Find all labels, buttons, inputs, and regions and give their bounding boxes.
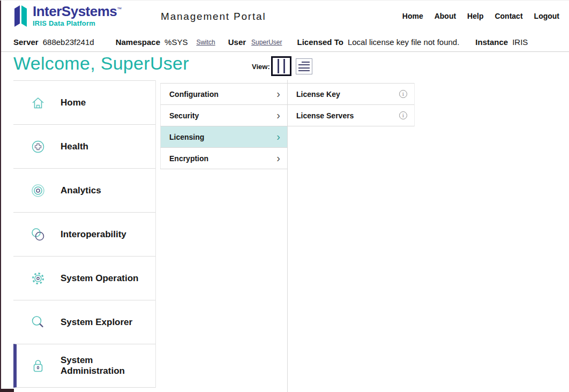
namespace-value: %SYS [164, 37, 188, 47]
brand-subtitle: IRIS Data Platform [33, 19, 122, 27]
sidebar-item-label: Health [61, 141, 88, 152]
licensing-submenu: License Key i License Servers i [288, 83, 415, 126]
instance-value: IRIS [512, 37, 528, 47]
submenu-item-license-servers[interactable]: License Servers i [288, 104, 414, 126]
submenu-item-security[interactable]: Security › [160, 104, 287, 126]
submenu-item-configuration[interactable]: Configuration › [160, 83, 287, 104]
info-icon[interactable]: i [399, 111, 407, 119]
gear-icon [29, 270, 47, 287]
submenu-item-label: License Servers [296, 111, 354, 120]
header: InterSystems™ IRIS Data Platform Managem… [0, 1, 569, 33]
sidebar-item-label: Interoperability [61, 229, 126, 240]
magnifier-icon [29, 314, 47, 331]
linked-rings-icon [29, 226, 47, 243]
management-portal-page: InterSystems™ IRIS Data Platform Managem… [0, 0, 569, 392]
submenu-item-license-key[interactable]: License Key i [288, 83, 414, 104]
administration-submenu: Configuration › Security › Licensing › E… [160, 83, 287, 169]
server-info-bar: Server 688eb23f241d Namespace %SYS Switc… [0, 33, 569, 52]
intersystems-logo: InterSystems™ IRIS Data Platform [13, 4, 122, 29]
instance-label: Instance [475, 37, 508, 47]
sidebar-item-label: Home [61, 97, 86, 108]
submenu-item-licensing[interactable]: Licensing › [160, 126, 287, 147]
sidebar-item-analytics[interactable]: Analytics [13, 168, 155, 212]
nav-logout-link[interactable]: Logout [534, 12, 559, 20]
list-view-button[interactable] [296, 58, 312, 74]
submenu-item-label: License Key [296, 90, 340, 99]
user-link[interactable]: SuperUser [251, 39, 282, 46]
chevron-right-icon: › [276, 131, 280, 142]
view-label: View: [252, 63, 270, 71]
nav-contact-link[interactable]: Contact [495, 12, 522, 20]
sidebar-item-health[interactable]: Health [13, 124, 155, 168]
sidebar-item-interoperability[interactable]: Interoperability [13, 212, 155, 256]
list-view-icon [302, 62, 310, 63]
brand-name: InterSystems™ [33, 4, 122, 19]
chevron-right-icon: › [276, 110, 280, 120]
columns-view-icon [274, 59, 278, 73]
window-edge-artifact [0, 1, 1, 392]
sidebar-item-label: System Administration [61, 355, 155, 376]
sidebar-item-label: Analytics [61, 185, 101, 196]
window-corner-artifact [0, 389, 14, 392]
namespace-label: Namespace [116, 37, 160, 47]
health-cross-icon [29, 138, 47, 155]
intersystems-logo-icon [13, 4, 29, 29]
welcome-heading: Welcome, SuperUser [13, 53, 189, 74]
analytics-target-icon [29, 182, 47, 199]
chevron-right-icon: › [276, 88, 280, 99]
column-divider [287, 80, 288, 392]
server-label: Server [13, 37, 39, 47]
columns-view-button[interactable] [271, 56, 291, 76]
page-title: Management Portal [161, 11, 266, 22]
main-menu-sidebar: Home Health Analytics Interoperability [13, 80, 156, 388]
sidebar-item-label: System Explorer [61, 317, 132, 328]
nav-help-link[interactable]: Help [467, 12, 483, 20]
submenu-item-label: Configuration [169, 90, 219, 99]
sidebar-item-home[interactable]: Home [13, 80, 155, 124]
submenu-item-label: Encryption [169, 154, 208, 163]
submenu-item-label: Security [169, 111, 199, 120]
trademark: ™ [117, 6, 122, 12]
sidebar-item-system-administration[interactable]: System Administration [13, 344, 155, 388]
server-value: 688eb23f241d [43, 37, 94, 47]
nav-about-link[interactable]: About [435, 12, 456, 20]
submenu-item-encryption[interactable]: Encryption › [160, 147, 287, 169]
top-nav: Home About Help Contact Logout [402, 12, 559, 20]
nav-home-link[interactable]: Home [402, 12, 423, 20]
user-label: User [228, 37, 246, 47]
chevron-right-icon: › [276, 153, 280, 163]
switch-namespace-link[interactable]: Switch [196, 39, 215, 46]
submenu-item-label: Licensing [169, 133, 204, 141]
lock-icon [29, 357, 47, 374]
sidebar-item-system-explorer[interactable]: System Explorer [13, 300, 155, 344]
licensed-to-value: Local license key file not found. [348, 37, 459, 47]
sidebar-item-label: System Operation [61, 273, 139, 284]
info-icon[interactable]: i [399, 90, 407, 98]
licensed-to-label: Licensed To [297, 37, 343, 47]
home-icon [29, 94, 47, 111]
sidebar-item-system-operation[interactable]: System Operation [13, 256, 155, 300]
